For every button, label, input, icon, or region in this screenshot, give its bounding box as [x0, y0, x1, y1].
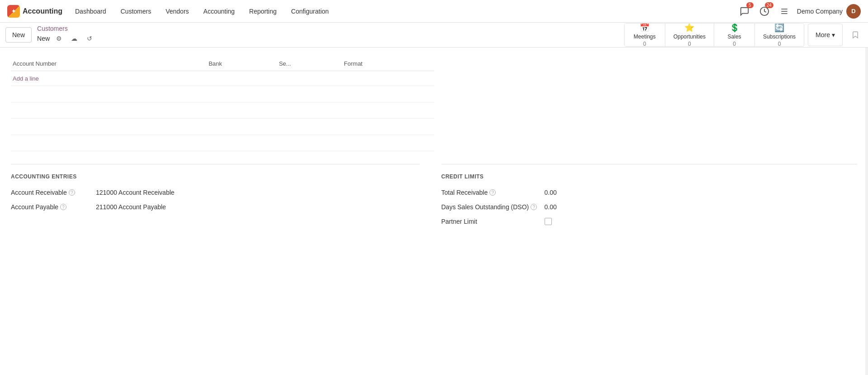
app-logo[interactable]: ✦ Accounting	[7, 5, 62, 18]
refresh-icon-btn[interactable]: ↺	[83, 32, 96, 45]
partner-limit-label: Partner Limit	[441, 218, 541, 225]
col-format: Format	[342, 57, 434, 71]
nav-accounting[interactable]: Accounting	[198, 0, 240, 23]
smart-buttons-group: 📅 Meetings 0 ⭐ Opportunities 0 💲 Sales 0…	[624, 23, 804, 47]
breadcrumb-current: New ⚙ ☁ ↺	[37, 32, 96, 45]
empty-row-3	[11, 119, 434, 135]
col-account-number: Account Number	[11, 57, 207, 71]
breadcrumb-parent[interactable]: Customers	[37, 25, 96, 32]
app-name: Accounting	[23, 7, 62, 15]
account-payable-label: Account Payable ?	[11, 203, 92, 211]
company-selector[interactable]: Demo Company D	[797, 4, 861, 19]
avatar: D	[846, 4, 861, 19]
main-content: Account Number Bank Se... Format Add a l…	[0, 48, 868, 375]
account-receivable-row: Account Receivable ? 121000 Account Rece…	[11, 185, 420, 200]
accounting-entries-section: ACCOUNTING ENTRIES Account Receivable ? …	[11, 160, 434, 230]
two-column-section: ACCOUNTING ENTRIES Account Receivable ? …	[11, 160, 857, 230]
more-button[interactable]: More ▾	[808, 24, 843, 46]
chevron-down-icon: ▾	[832, 31, 835, 38]
nav-dashboard[interactable]: Dashboard	[70, 0, 112, 23]
accounting-entries-title: ACCOUNTING ENTRIES	[11, 164, 420, 185]
total-receivable-row: Total Receivable ? 0.00	[441, 185, 858, 200]
nav-right: 5 24 Demo Company D	[737, 4, 861, 19]
account-payable-help-icon[interactable]: ?	[60, 204, 66, 210]
scrollbar[interactable]	[865, 48, 868, 375]
col-bank: Bank	[207, 57, 277, 71]
total-receivable-label: Total Receivable ?	[441, 189, 541, 196]
settings-icon-btn[interactable]: ⚙	[52, 32, 65, 45]
account-payable-row: Account Payable ? 211000 Account Payable	[11, 200, 420, 214]
meetings-smart-btn[interactable]: 📅 Meetings 0	[625, 24, 665, 46]
nav-configuration[interactable]: Configuration	[286, 0, 334, 23]
empty-row-1	[11, 86, 434, 102]
col-se: Se...	[277, 57, 342, 71]
breadcrumb-section: Customers New ⚙ ☁ ↺	[37, 25, 96, 45]
company-name: Demo Company	[797, 8, 843, 15]
subscriptions-icon: 🔄	[774, 23, 784, 33]
dso-row: Days Sales Outstanding (DSO) ? 0.00	[441, 200, 858, 214]
account-receivable-label: Account Receivable ?	[11, 189, 92, 196]
partner-limit-row: Partner Limit	[441, 214, 858, 230]
upload-icon-btn[interactable]: ☁	[68, 32, 81, 45]
clock-button[interactable]: 24	[757, 4, 772, 19]
total-receivable-value: 0.00	[545, 189, 557, 196]
dso-label: Days Sales Outstanding (DSO) ?	[441, 203, 541, 211]
top-nav: ✦ Accounting Dashboard Customers Vendors…	[0, 0, 868, 23]
credit-limits-section: CREDIT LIMITS Total Receivable ? 0.00 Da…	[434, 160, 858, 230]
settings-button[interactable]	[777, 4, 792, 19]
secondary-nav: New Customers New ⚙ ☁ ↺ 📅 Meetings 0 ⭐ O…	[0, 23, 868, 48]
nav-reporting[interactable]: Reporting	[244, 0, 282, 23]
account-receivable-value[interactable]: 121000 Account Receivable	[96, 189, 175, 196]
account-receivable-help-icon[interactable]: ?	[69, 189, 75, 196]
partner-limit-checkbox[interactable]	[545, 218, 552, 226]
dso-help-icon[interactable]: ?	[531, 204, 537, 210]
sales-icon: 💲	[730, 23, 740, 33]
nav-customers[interactable]: Customers	[115, 0, 157, 23]
meetings-icon: 📅	[640, 23, 650, 33]
add-line-button[interactable]: Add a line	[13, 73, 39, 84]
clock-badge: 24	[765, 2, 773, 8]
bookmark-button[interactable]	[848, 28, 863, 42]
opportunities-smart-btn[interactable]: ⭐ Opportunities 0	[665, 24, 714, 46]
messages-button[interactable]: 5	[737, 4, 752, 19]
dso-value: 0.00	[545, 203, 557, 211]
nav-vendors[interactable]: Vendors	[160, 0, 194, 23]
messages-badge: 5	[746, 2, 754, 8]
subscriptions-smart-btn[interactable]: 🔄 Subscriptions 0	[755, 24, 804, 46]
empty-row-2	[11, 102, 434, 119]
bank-accounts-table: Account Number Bank Se... Format Add a l…	[11, 57, 434, 151]
credit-limits-title: CREDIT LIMITS	[441, 164, 858, 185]
new-button[interactable]: New	[5, 27, 32, 43]
logo-icon: ✦	[7, 5, 20, 18]
account-payable-value[interactable]: 211000 Account Payable	[96, 203, 166, 211]
total-receivable-help-icon[interactable]: ?	[489, 189, 496, 196]
sales-smart-btn[interactable]: 💲 Sales 0	[714, 24, 755, 46]
empty-row-4	[11, 135, 434, 151]
opportunities-icon: ⭐	[684, 23, 694, 33]
